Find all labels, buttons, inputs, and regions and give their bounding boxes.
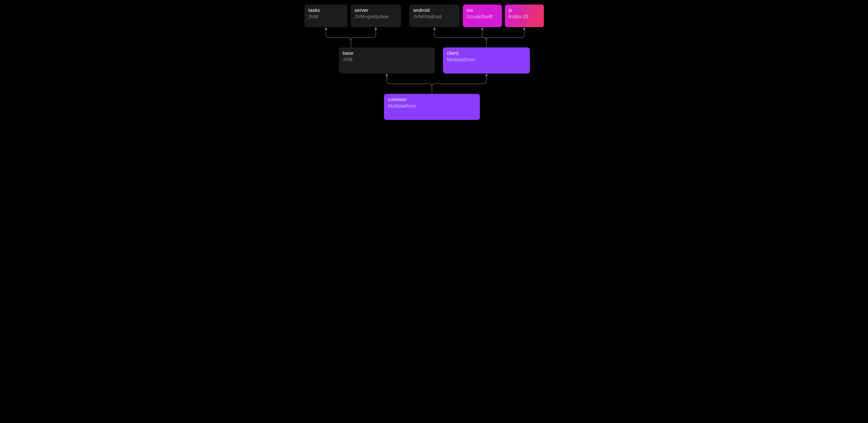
node-client: client Multiplatform [443,48,530,74]
edge-client-to-ios [482,28,487,48]
node-subtitle: Multiplatform [447,56,526,62]
node-base: base JVM [339,48,435,74]
edge-client-to-js [487,28,524,48]
node-subtitle: JVM [308,13,344,20]
node-subtitle: JVM+gretty/war [354,13,397,20]
node-server: server JVM+gretty/war [351,4,401,27]
edge-base-to-tasks [326,28,351,48]
node-title: server [354,7,397,13]
node-subtitle: Kotlin-JS [509,13,540,20]
node-android: android JVM/Android [409,4,460,27]
node-title: base [343,50,431,56]
node-title: ios [467,7,498,13]
node-title: client [447,50,526,56]
node-subtitle: Xcode/Swift [467,13,498,20]
diagram-canvas: tasks JVM server JVM+gretty/war android … [299,0,569,127]
node-title: common [388,96,476,103]
edge-common-to-base [387,75,432,94]
node-js: js Kotlin-JS [505,4,544,27]
node-ios: ios Xcode/Swift [463,4,502,27]
edge-client-to-android [435,28,487,48]
edge-common-to-client [432,75,487,94]
node-title: android [413,7,456,13]
node-title: tasks [308,7,344,13]
edge-base-to-server [351,28,376,48]
node-subtitle: Multiplatform [388,103,476,109]
node-title: js [509,7,540,13]
node-tasks: tasks JVM [305,4,347,27]
node-subtitle: JVM [343,56,431,62]
node-subtitle: JVM/Android [413,13,456,20]
node-common: common Multiplatform [384,94,480,120]
